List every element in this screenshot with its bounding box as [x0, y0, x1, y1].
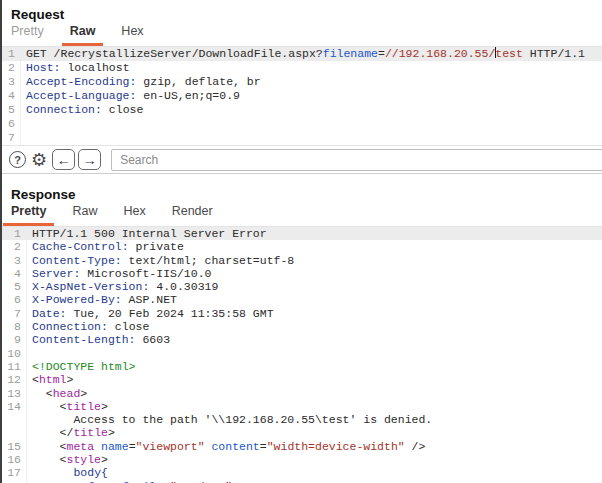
- line-number: 13: [2, 387, 27, 400]
- line-content: GET /RecrystallizeServer/DownloadFile.as…: [21, 47, 585, 61]
- code-line: 2Cache-Control: private: [2, 240, 602, 253]
- line-content: <!DOCTYPE html>: [27, 360, 136, 373]
- tab-raw[interactable]: Raw: [64, 201, 105, 226]
- line-number: 3: [2, 75, 21, 89]
- line-content: Cache-Control: private: [27, 240, 184, 253]
- code-line: 18 font-family:"Verdana";: [2, 480, 602, 483]
- tab-pretty[interactable]: Pretty: [3, 21, 52, 46]
- settings-gear-icon[interactable]: ⚙: [31, 151, 47, 169]
- code-line: 9Content-Length: 6603: [2, 333, 602, 346]
- line-content: Content-Length: 6603: [27, 333, 170, 346]
- line-content: X-Powered-By: ASP.NET: [27, 293, 177, 306]
- line-number: 1: [2, 227, 27, 240]
- line-content: X-AspNet-Version: 4.0.30319: [27, 280, 218, 293]
- code-line: 4Server: Microsoft-IIS/10.0: [2, 267, 602, 280]
- line-content: Date: Tue, 20 Feb 2024 11:35:58 GMT: [27, 307, 274, 320]
- line-content: [27, 347, 32, 360]
- code-line: 17 body{: [2, 466, 602, 479]
- line-content: HTTP/1.1 500 Internal Server Error: [27, 227, 267, 240]
- line-content: Connection: close: [21, 103, 143, 117]
- line-content: </title>: [27, 426, 115, 439]
- line-content: Connection: close: [27, 320, 149, 333]
- line-number: 8: [2, 320, 27, 333]
- line-content: Content-Type: text/html; charset=utf-8: [27, 254, 294, 267]
- line-content: [21, 117, 26, 131]
- line-number: 10: [2, 347, 27, 360]
- search-previous-button[interactable]: ←: [52, 149, 75, 170]
- line-number: 4: [2, 89, 21, 103]
- code-line: 6X-Powered-By: ASP.NET: [2, 293, 602, 306]
- response-tabs: PrettyRawHexRender: [2, 202, 602, 227]
- tab-hex[interactable]: Hex: [115, 201, 153, 226]
- line-number: 17: [2, 466, 27, 479]
- request-title: Request: [2, 0, 602, 22]
- code-line: 7Date: Tue, 20 Feb 2024 11:35:58 GMT: [2, 307, 602, 320]
- response-editor[interactable]: 1HTTP/1.1 500 Internal Server Error2Cach…: [2, 227, 602, 483]
- tab-render[interactable]: Render: [164, 201, 221, 226]
- line-number: 6: [2, 117, 21, 131]
- line-content: <title>: [27, 400, 108, 413]
- line-content: [21, 131, 26, 145]
- search-toolbar: ? ⚙ ← →: [2, 145, 602, 174]
- line-number: 6: [2, 293, 27, 306]
- code-line: 3Accept-Encoding: gzip, deflate, br: [2, 75, 602, 89]
- line-content: body{: [27, 466, 108, 479]
- code-line: 5Connection: close: [2, 103, 602, 117]
- code-line: 4Accept-Language: en-US,en;q=0.9: [2, 89, 602, 103]
- help-icon[interactable]: ?: [9, 151, 26, 168]
- line-number: [2, 413, 27, 426]
- response-title: Response: [2, 180, 602, 202]
- tab-hex[interactable]: Hex: [113, 21, 151, 46]
- line-content: <head>: [27, 387, 87, 400]
- code-line: 6: [2, 117, 602, 131]
- tab-raw[interactable]: Raw: [62, 21, 104, 46]
- line-number: 7: [2, 307, 27, 320]
- code-line: 1GET /RecrystallizeServer/DownloadFile.a…: [2, 47, 602, 61]
- code-line: Access to the path '\\192.168.20.55\test…: [2, 413, 602, 426]
- search-input[interactable]: [111, 149, 602, 171]
- line-content: Server: Microsoft-IIS/10.0: [27, 267, 211, 280]
- code-line: 13 <head>: [2, 387, 602, 400]
- code-line: 8Connection: close: [2, 320, 602, 333]
- line-number: 2: [2, 61, 21, 75]
- code-line: 5X-AspNet-Version: 4.0.30319: [2, 280, 602, 293]
- line-content: Access to the path '\\192.168.20.55\test…: [27, 413, 432, 426]
- code-line: </title>: [2, 426, 602, 439]
- line-number: [2, 426, 27, 439]
- line-number: 7: [2, 131, 21, 145]
- line-number: 15: [2, 440, 27, 453]
- line-number: 2: [2, 240, 27, 253]
- line-number: 9: [2, 333, 27, 346]
- request-tabs: PrettyRawHex: [2, 22, 602, 47]
- line-content: font-family:"Verdana";: [27, 480, 239, 483]
- line-number: 18: [2, 480, 27, 483]
- line-content: <meta name="viewport" content="width=dev…: [27, 440, 425, 453]
- request-editor[interactable]: 1GET /RecrystallizeServer/DownloadFile.a…: [2, 47, 602, 145]
- response-panel: Response PrettyRawHexRender 1HTTP/1.1 50…: [2, 180, 602, 483]
- line-number: 4: [2, 267, 27, 280]
- line-number: 14: [2, 400, 27, 413]
- search-next-button[interactable]: →: [78, 149, 101, 170]
- line-content: <html>: [27, 373, 73, 386]
- tab-pretty[interactable]: Pretty: [3, 201, 54, 226]
- code-line: 3Content-Type: text/html; charset=utf-8: [2, 254, 602, 267]
- code-line: 12<html>: [2, 373, 602, 386]
- code-line: 2Host: localhost: [2, 61, 602, 75]
- code-line: 16 <style>: [2, 453, 602, 466]
- line-number: 5: [2, 103, 21, 117]
- code-line: 10: [2, 347, 602, 360]
- line-content: Accept-Encoding: gzip, deflate, br: [21, 75, 261, 89]
- line-number: 11: [2, 360, 27, 373]
- code-line: 15 <meta name="viewport" content="width=…: [2, 440, 602, 453]
- line-number: 16: [2, 453, 27, 466]
- line-number: 12: [2, 373, 27, 386]
- line-content: <style>: [27, 453, 108, 466]
- line-number: 1: [2, 47, 21, 61]
- line-content: Accept-Language: en-US,en;q=0.9: [21, 89, 240, 103]
- code-line: 14 <title>: [2, 400, 602, 413]
- message-editor: Request PrettyRawHex 1GET /Recrystallize…: [0, 0, 602, 483]
- line-number: 5: [2, 280, 27, 293]
- code-line: 7: [2, 131, 602, 145]
- line-content: Host: localhost: [21, 61, 130, 75]
- request-panel: Request PrettyRawHex 1GET /Recrystallize…: [2, 0, 602, 145]
